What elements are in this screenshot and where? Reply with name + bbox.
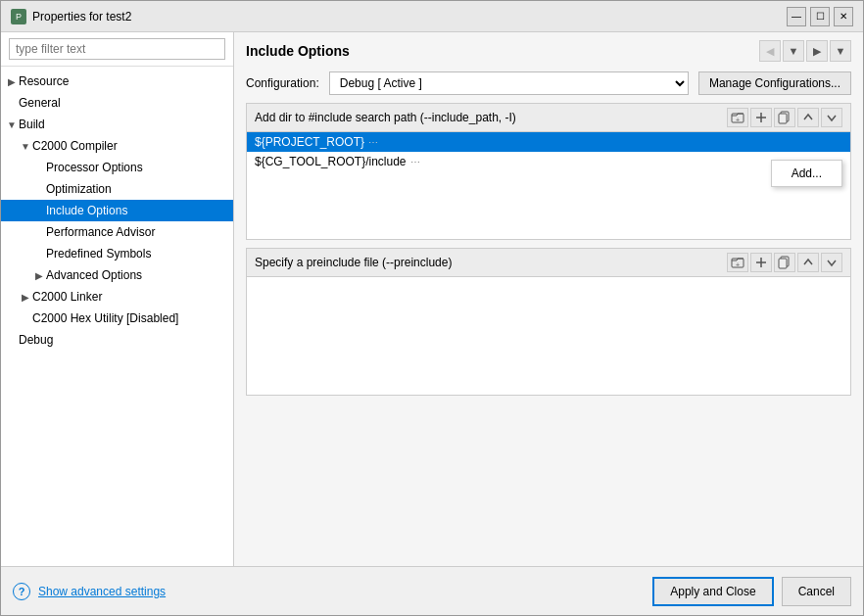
tree-item-c2000linker[interactable]: ▶C2000 Linker xyxy=(1,286,233,308)
close-button[interactable]: ✕ xyxy=(834,7,853,26)
svg-text:+: + xyxy=(736,261,740,268)
tree-item-includeoptions[interactable]: Include Options xyxy=(1,200,233,221)
svg-text:+: + xyxy=(736,117,740,123)
context-menu: Add... xyxy=(771,160,842,187)
move-up-icon2[interactable] xyxy=(797,253,819,272)
tree-label-advancedoptions: Advanced Options xyxy=(46,268,142,282)
path-text: ${CG_TOOL_ROOT}/include xyxy=(255,155,407,168)
add-folder-icon[interactable]: + xyxy=(727,108,748,127)
dialog-icon: P xyxy=(11,9,26,24)
tree-label-resource: Resource xyxy=(19,74,69,88)
filter-input[interactable] xyxy=(9,38,225,60)
title-bar: P Properties for test2 — ☐ ✕ xyxy=(1,1,863,32)
main-content: ▶ResourceGeneral▼Build▼C2000 CompilerPro… xyxy=(1,32,863,566)
right-panel: Include Options ◀ ▼ ▶ ▼ Configuration: D… xyxy=(234,32,863,566)
bottom-bar: ? Show advanced settings Apply and Close… xyxy=(1,566,863,615)
tree-label-performanceadvisor: Performance Advisor xyxy=(46,225,155,239)
tree-item-advancedoptions[interactable]: ▶Advanced Options xyxy=(1,264,233,286)
title-bar-left: P Properties for test2 xyxy=(11,9,131,24)
path-item[interactable]: ${CG_TOOL_ROOT}/include ⋯ xyxy=(247,152,850,171)
move-down-icon2[interactable] xyxy=(821,253,842,272)
tree-item-debug[interactable]: Debug xyxy=(1,329,233,351)
section2-content xyxy=(247,277,850,395)
tree: ▶ResourceGeneral▼Build▼C2000 CompilerPro… xyxy=(1,67,233,566)
tree-label-processoroptions: Processor Options xyxy=(46,161,143,174)
svg-text:P: P xyxy=(16,12,22,22)
panel-title: Include Options xyxy=(246,43,350,59)
path-icon: ⋯ xyxy=(410,157,420,167)
help-icon[interactable]: ? xyxy=(13,583,30,600)
nav-forward-button[interactable]: ▶ xyxy=(806,40,828,62)
tree-item-processoroptions[interactable]: Processor Options xyxy=(1,157,233,178)
svg-rect-7 xyxy=(779,114,787,123)
filter-box xyxy=(1,32,233,67)
nav-back-dropdown-button[interactable]: ▼ xyxy=(783,40,804,62)
tree-arrow-advancedoptions: ▶ xyxy=(32,270,46,281)
section1-header: Add dir to #include search path (--inclu… xyxy=(247,104,850,132)
nav-back-button[interactable]: ◀ xyxy=(759,40,781,62)
move-down-icon[interactable] xyxy=(821,108,842,127)
move-up-icon[interactable] xyxy=(797,108,819,127)
nav-arrows: ◀ ▼ ▶ ▼ xyxy=(759,40,851,62)
path-item[interactable]: ${PROJECT_ROOT} ⋯ xyxy=(247,132,850,152)
right-header: Include Options ◀ ▼ ▶ ▼ xyxy=(234,32,863,66)
show-advanced-settings-link[interactable]: Show advanced settings xyxy=(38,585,166,598)
tree-label-optimization: Optimization xyxy=(46,182,112,196)
properties-dialog: P Properties for test2 — ☐ ✕ ▶ResourceGe… xyxy=(0,0,864,616)
tree-label-debug: Debug xyxy=(19,333,53,347)
tree-item-performanceadvisor[interactable]: Performance Advisor xyxy=(1,221,233,243)
tree-label-includeoptions: Include Options xyxy=(46,204,127,217)
tree-arrow-c2000linker: ▶ xyxy=(19,292,32,303)
add-icon[interactable] xyxy=(750,108,772,127)
minimize-button[interactable]: — xyxy=(787,7,806,26)
bottom-right-buttons: Apply and Close Cancel xyxy=(652,577,851,606)
tree-label-c2000hexutility: C2000 Hex Utility [Disabled] xyxy=(32,311,178,325)
include-path-section: Add dir to #include search path (--inclu… xyxy=(246,103,851,240)
tree-label-general: General xyxy=(19,96,61,110)
context-menu-add[interactable]: Add... xyxy=(772,163,841,184)
path-text: ${PROJECT_ROOT} xyxy=(255,135,364,149)
path-icon: ⋯ xyxy=(368,137,378,148)
tree-label-c2000compiler: C2000 Compiler xyxy=(32,139,118,153)
tree-arrow-c2000compiler: ▼ xyxy=(19,141,32,152)
dialog-title: Properties for test2 xyxy=(32,10,131,24)
add-folder-icon2[interactable]: + xyxy=(727,253,748,272)
apply-and-close-button[interactable]: Apply and Close xyxy=(652,577,773,606)
config-label: Configuration: xyxy=(246,76,319,90)
left-panel: ▶ResourceGeneral▼Build▼C2000 CompilerPro… xyxy=(1,32,234,566)
add-icon2[interactable] xyxy=(750,253,772,272)
tree-item-build[interactable]: ▼Build xyxy=(1,114,233,135)
tree-label-c2000linker: C2000 Linker xyxy=(32,290,102,304)
restore-button[interactable]: ☐ xyxy=(810,7,830,26)
section1-title: Add dir to #include search path (--inclu… xyxy=(255,111,516,124)
tree-item-c2000hexutility[interactable]: C2000 Hex Utility [Disabled] xyxy=(1,308,233,329)
tree-item-predefinedsymbols[interactable]: Predefined Symbols xyxy=(1,243,233,264)
tree-item-c2000compiler[interactable]: ▼C2000 Compiler xyxy=(1,135,233,157)
sections-area: Add dir to #include search path (--inclu… xyxy=(234,103,863,566)
svg-rect-13 xyxy=(779,259,787,268)
tree-arrow-resource: ▶ xyxy=(5,76,19,87)
tree-item-optimization[interactable]: Optimization xyxy=(1,178,233,200)
tree-label-build: Build xyxy=(19,118,45,131)
section1-tools: + xyxy=(727,108,842,127)
section1-content: ${PROJECT_ROOT} ⋯ ${CG_TOOL_ROOT}/includ… xyxy=(247,132,850,230)
tree-item-general[interactable]: General xyxy=(1,92,233,114)
tree-arrow-build: ▼ xyxy=(5,119,19,130)
nav-forward-dropdown-button[interactable]: ▼ xyxy=(830,40,851,62)
section2-header: Specify a preinclude file (--preinclude)… xyxy=(247,249,850,277)
cancel-button[interactable]: Cancel xyxy=(782,577,851,606)
config-select[interactable]: Debug [ Active ] xyxy=(329,71,689,95)
preinclude-section: Specify a preinclude file (--preinclude)… xyxy=(246,248,851,396)
copy-icon2[interactable] xyxy=(774,253,795,272)
config-row: Configuration: Debug [ Active ] Manage C… xyxy=(234,66,863,103)
manage-configurations-button[interactable]: Manage Configurations... xyxy=(698,71,851,95)
tree-label-predefinedsymbols: Predefined Symbols xyxy=(46,247,151,261)
tree-item-resource[interactable]: ▶Resource xyxy=(1,71,233,92)
title-controls: — ☐ ✕ xyxy=(787,7,853,26)
section2-tools: + xyxy=(727,253,842,272)
section2-title: Specify a preinclude file (--preinclude) xyxy=(255,256,452,269)
copy-icon[interactable] xyxy=(774,108,795,127)
